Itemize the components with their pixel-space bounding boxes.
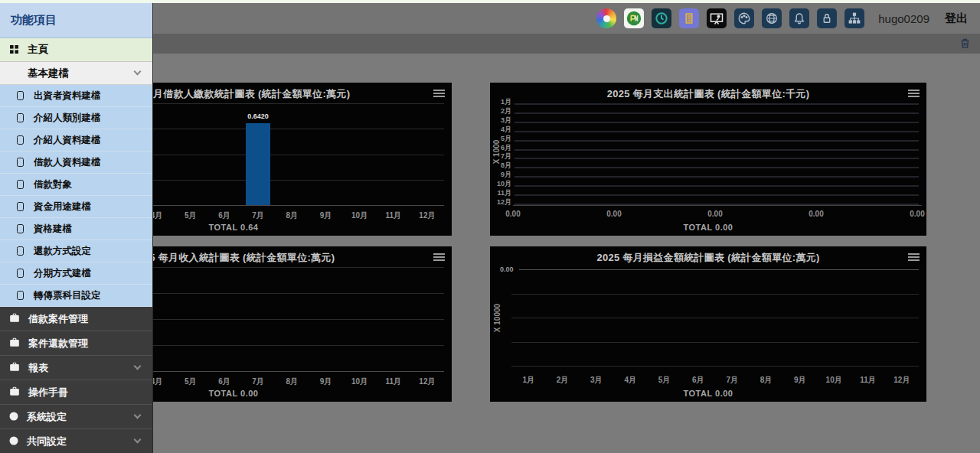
x-tick-label: 12月 [412, 376, 443, 387]
clock-icon[interactable] [652, 8, 671, 28]
sitemap-icon[interactable] [844, 8, 864, 28]
sidebar-bottom-menu: 借款案件管理案件還款管理報表操作手冊系統設定共同設定 [0, 307, 152, 453]
chart-total-label: TOTAL 0.00 [490, 389, 926, 398]
sidebar: 功能項目 主頁 基本建檔 出資者資料建檔介紹人類別建檔介紹人資料建檔借款人資料建… [0, 3, 153, 453]
x-tick-label: 6月 [209, 210, 240, 221]
chart-title: 2025 每月損益金額統計圖表 (統計金額單位:萬元) [490, 251, 926, 265]
sidebar-item-manage[interactable]: 借款案件管理 [0, 307, 152, 331]
x-tick-label: 11月 [378, 376, 409, 387]
username-label: hugo0209 [878, 12, 929, 25]
x-tick-label: 3月 [581, 375, 612, 386]
briefcase-icon [9, 361, 20, 375]
gridline [511, 342, 919, 343]
logout-button[interactable]: 登出 [945, 11, 968, 26]
x-tick-label: 0.00 [900, 210, 934, 218]
x-tick-label: 0.00 [597, 210, 631, 218]
x-tick-label: 9月 [310, 210, 341, 221]
chart-menu-icon[interactable] [908, 253, 920, 262]
row-line [514, 158, 919, 159]
sidebar-item-home[interactable]: 主頁 [0, 38, 152, 62]
trash-icon[interactable] [959, 37, 971, 52]
x-tick-label: 10月 [345, 376, 375, 387]
circle-icon [9, 410, 18, 424]
x-tick-label: 11月 [378, 210, 409, 221]
sidebar-subitem[interactable]: 介紹人類別建檔 [0, 107, 152, 129]
chart-menu-icon[interactable] [433, 253, 445, 262]
x-tick-label: 10月 [818, 375, 849, 386]
sidebar-item-manage[interactable]: 案件還款管理 [0, 331, 152, 356]
chevron-down-icon [134, 435, 142, 443]
sidebar-item-manage[interactable]: 報表 [0, 356, 152, 380]
x-tick-label: 11月 [853, 375, 884, 386]
y-axis-unit-label: X 10000 [493, 301, 501, 336]
x-tick-label: 6月 [683, 375, 714, 386]
x-tick-label: 7月 [717, 375, 747, 386]
circle-icon [9, 435, 18, 448]
sidebar-item-settings[interactable]: 共同設定 [0, 429, 152, 453]
sidebar-subitem-label: 借款人資料建檔 [34, 156, 101, 169]
gridline [519, 269, 919, 270]
gridline [511, 294, 919, 295]
sidebar-subitem-label: 還款方式設定 [34, 245, 91, 258]
sidebar-subitem-label: 分期方式建檔 [34, 267, 91, 280]
sidebar-subitem[interactable]: 資格建檔 [0, 218, 152, 240]
axis-line [513, 205, 922, 206]
x-tick-label: 8月 [276, 210, 307, 221]
chevron-down-icon [134, 362, 142, 370]
sidebar-subitem[interactable]: 分期方式建檔 [0, 262, 152, 285]
palette-icon[interactable] [734, 8, 754, 28]
row-line [514, 167, 919, 168]
tablet-icon [17, 269, 24, 278]
sidebar-subitem-label: 借款對象 [34, 178, 72, 191]
x-tick-label: 2月 [547, 375, 578, 386]
x-tick-label: 4月 [615, 375, 645, 386]
row-line [514, 185, 919, 187]
x-tick-label: 12月 [887, 375, 917, 386]
chart-panel-monthly-expenses: 2025 每月支出統計圖表 (統計金額單位:千元) 1月2月3月4月5月6月7月… [490, 83, 926, 236]
x-tick-label: 9月 [785, 375, 815, 386]
x-tick-label: 5月 [649, 375, 680, 386]
sidebar-title: 功能項目 [0, 3, 152, 38]
scroll-icon[interactable] [679, 8, 699, 28]
sidebar-group-basic-setup[interactable]: 基本建檔 [0, 62, 152, 85]
chart-menu-icon[interactable] [433, 90, 445, 99]
app-logo-icon[interactable] [596, 8, 616, 28]
sidebar-item-manage[interactable]: 操作手冊 [0, 380, 152, 405]
sidebar-subitem[interactable]: 還款方式設定 [0, 240, 152, 262]
x-tick-label: 0.00 [698, 210, 732, 218]
bell-icon[interactable] [789, 8, 809, 28]
tablet-icon [17, 202, 24, 211]
sidebar-item-settings[interactable]: 系統設定 [0, 405, 152, 429]
sidebar-subitem[interactable]: 轉傳票科目設定 [0, 285, 152, 307]
sidebar-subitem-label: 介紹人類別建檔 [34, 112, 101, 125]
sidebar-subitem[interactable]: 介紹人資料建檔 [0, 129, 152, 152]
sidebar-subitem[interactable]: 資金用途建檔 [0, 196, 152, 218]
briefcase-icon [9, 386, 20, 399]
x-tick-label: 0.00 [799, 210, 833, 218]
tablet-icon [17, 246, 24, 256]
chart-menu-icon[interactable] [908, 90, 920, 99]
chart-total-label: TOTAL 0.00 [490, 223, 926, 232]
presentation-icon[interactable] [707, 8, 727, 28]
row-line [514, 122, 919, 123]
x-tick-label: 10月 [345, 210, 375, 221]
x-tick-label: 7月 [243, 210, 273, 221]
row-line [514, 103, 919, 105]
sidebar-subitem[interactable]: 借款人資料建檔 [0, 152, 152, 174]
briefcase-icon [9, 337, 20, 350]
globe-icon[interactable] [762, 8, 782, 28]
sidebar-subitem[interactable]: 出資者資料建檔 [0, 85, 152, 107]
sidebar-item-label: 主頁 [28, 43, 48, 57]
sidebar-item-label: 借款案件管理 [28, 312, 88, 326]
gridline [511, 318, 919, 318]
chart-panel-monthly-profit-loss: 2025 每月損益金額統計圖表 (統計金額單位:萬元) 0.001月2月3月4月… [490, 246, 926, 402]
x-tick-label: 7月 [243, 376, 273, 387]
sidebar-subitem[interactable]: 借款對象 [0, 174, 152, 196]
lock-icon[interactable] [817, 8, 837, 28]
x-tick-label: 8月 [276, 376, 307, 387]
x-tick-label: 5月 [175, 376, 206, 387]
x-tick-label: 0.00 [496, 210, 530, 218]
x-tick-label: 8月 [751, 375, 782, 386]
briefcase-icon [9, 312, 20, 326]
coin-icon[interactable] [624, 8, 644, 28]
